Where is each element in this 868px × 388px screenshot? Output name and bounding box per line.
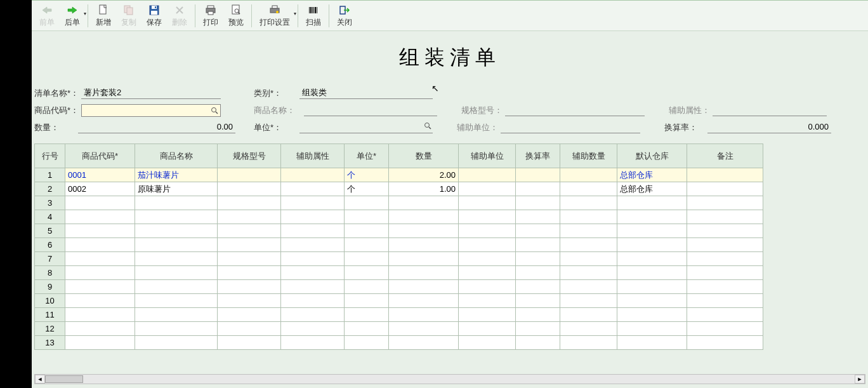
cell-qty[interactable] xyxy=(389,322,459,336)
cell-auxattr[interactable] xyxy=(281,280,345,294)
save-button[interactable]: 保存 xyxy=(141,2,167,30)
cell-code[interactable]: 0002 xyxy=(65,182,135,196)
cell-name[interactable] xyxy=(135,280,218,294)
cell-auxunit[interactable] xyxy=(459,322,516,336)
close-button[interactable]: 关闭 xyxy=(332,2,357,30)
cell-unit[interactable] xyxy=(345,224,389,238)
cell-unit[interactable]: 个 xyxy=(345,168,389,182)
table-row[interactable]: 10001茄汁味薯片个2.00总部仓库 xyxy=(35,168,763,182)
cell-convrate[interactable] xyxy=(516,168,560,182)
cell-unit[interactable] xyxy=(345,294,389,308)
col-code[interactable]: 商品代码* xyxy=(65,144,135,168)
col-remark[interactable]: 备注 xyxy=(687,144,763,168)
cell-auxqty[interactable] xyxy=(560,196,617,210)
new-button[interactable]: 新增 xyxy=(91,2,116,30)
col-unit[interactable]: 单位* xyxy=(345,144,389,168)
cell-auxqty[interactable] xyxy=(560,210,617,224)
cell-code[interactable] xyxy=(65,210,135,224)
cell-warehouse[interactable] xyxy=(617,280,687,294)
cell-auxunit[interactable] xyxy=(459,168,516,182)
cell-unit[interactable] xyxy=(345,210,389,224)
cell-remark[interactable] xyxy=(687,238,763,252)
table-row[interactable]: 12 xyxy=(35,322,763,336)
cell-warehouse[interactable]: 总部仓库 xyxy=(617,182,687,196)
cell-auxqty[interactable] xyxy=(560,336,617,350)
cell-qty[interactable] xyxy=(389,196,459,210)
cell-unit[interactable] xyxy=(345,252,389,266)
cell-name[interactable] xyxy=(135,196,218,210)
table-row[interactable]: 13 xyxy=(35,336,763,350)
cell-qty[interactable]: 2.00 xyxy=(389,168,459,182)
cell-spec[interactable] xyxy=(218,280,281,294)
cell-code[interactable] xyxy=(65,308,135,322)
table-row[interactable]: 3 xyxy=(35,196,763,210)
cell-remark[interactable] xyxy=(687,168,763,182)
cell-auxunit[interactable] xyxy=(459,294,516,308)
cell-qty[interactable] xyxy=(389,210,459,224)
col-convrate[interactable]: 换算率 xyxy=(516,144,560,168)
cell-convrate[interactable] xyxy=(516,294,560,308)
cell-auxattr[interactable] xyxy=(281,252,345,266)
cell-warehouse[interactable] xyxy=(617,336,687,350)
cell-convrate[interactable] xyxy=(516,182,560,196)
cell-convrate[interactable] xyxy=(516,238,560,252)
cell-name[interactable] xyxy=(135,238,218,252)
items-grid[interactable]: 行号 商品代码* 商品名称 规格型号 辅助属性 单位* 数量 辅助单位 换算率 … xyxy=(34,144,763,350)
cell-auxattr[interactable] xyxy=(281,224,345,238)
lookup-button[interactable] xyxy=(424,122,431,130)
cell-remark[interactable] xyxy=(687,280,763,294)
cell-auxunit[interactable] xyxy=(459,336,516,350)
cell-auxattr[interactable] xyxy=(281,266,345,280)
lookup-button[interactable] xyxy=(209,105,220,116)
cell-warehouse[interactable] xyxy=(617,308,687,322)
product-code-input[interactable] xyxy=(82,105,220,116)
cell-convrate[interactable] xyxy=(516,196,560,210)
cell-warehouse[interactable]: 总部仓库 xyxy=(617,168,687,182)
col-auxqty[interactable]: 辅助数量 xyxy=(560,144,617,168)
cell-auxqty[interactable] xyxy=(560,224,617,238)
cell-unit[interactable] xyxy=(345,322,389,336)
cell-code[interactable] xyxy=(65,336,135,350)
category-field[interactable]: 组装类 xyxy=(299,87,433,99)
cell-spec[interactable] xyxy=(218,238,281,252)
col-auxunit[interactable]: 辅助单位 xyxy=(459,144,516,168)
cell-spec[interactable] xyxy=(218,182,281,196)
cell-warehouse[interactable] xyxy=(617,266,687,280)
cell-warehouse[interactable] xyxy=(617,238,687,252)
cell-qty[interactable] xyxy=(389,266,459,280)
cell-auxunit[interactable] xyxy=(459,182,516,196)
cell-auxattr[interactable] xyxy=(281,322,345,336)
cell-auxqty[interactable] xyxy=(560,322,617,336)
cell-unit[interactable] xyxy=(345,336,389,350)
cell-unit[interactable] xyxy=(345,308,389,322)
cell-convrate[interactable] xyxy=(516,210,560,224)
cell-spec[interactable] xyxy=(218,266,281,280)
cell-remark[interactable] xyxy=(687,196,763,210)
cell-qty[interactable] xyxy=(389,252,459,266)
cell-code[interactable] xyxy=(65,238,135,252)
cell-convrate[interactable] xyxy=(516,266,560,280)
cell-spec[interactable] xyxy=(218,322,281,336)
cell-qty[interactable]: 1.00 xyxy=(389,182,459,196)
qty-field[interactable]: 0.00 xyxy=(78,122,235,133)
cell-name[interactable] xyxy=(135,294,218,308)
cell-auxattr[interactable] xyxy=(281,336,345,350)
cell-name[interactable]: 原味薯片 xyxy=(135,182,218,196)
cell-convrate[interactable] xyxy=(516,280,560,294)
scan-button[interactable]: 扫描 xyxy=(301,2,326,30)
table-row[interactable]: 20002原味薯片个1.00总部仓库 xyxy=(35,182,763,196)
cell-unit[interactable] xyxy=(345,266,389,280)
cell-auxattr[interactable] xyxy=(281,168,345,182)
col-spec[interactable]: 规格型号 xyxy=(218,144,281,168)
col-name[interactable]: 商品名称 xyxy=(135,144,218,168)
cell-spec[interactable] xyxy=(218,168,281,182)
print-settings-button[interactable]: 打印设置 ▾ xyxy=(254,2,295,30)
cell-name[interactable]: 茄汁味薯片 xyxy=(135,168,218,182)
cell-qty[interactable] xyxy=(389,280,459,294)
scroll-track[interactable] xyxy=(45,375,855,384)
cell-auxattr[interactable] xyxy=(281,238,345,252)
table-row[interactable]: 11 xyxy=(35,308,763,322)
cell-auxunit[interactable] xyxy=(459,210,516,224)
cell-unit[interactable] xyxy=(345,238,389,252)
cell-auxunit[interactable] xyxy=(459,224,516,238)
